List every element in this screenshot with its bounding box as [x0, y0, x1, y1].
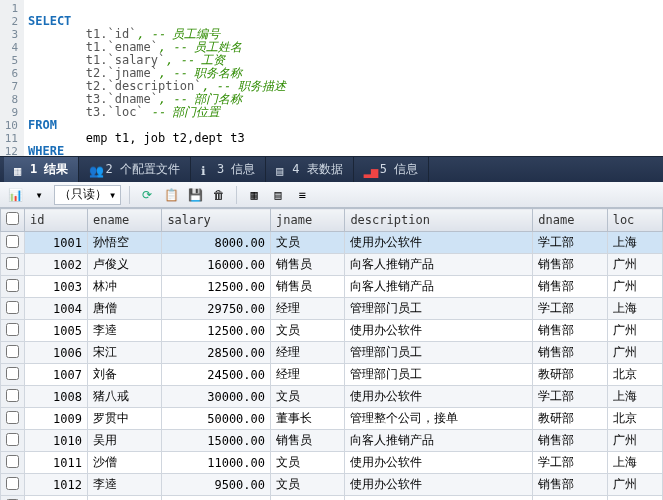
- col-ename[interactable]: ename: [88, 209, 162, 232]
- cell-jname[interactable]: 文员: [271, 386, 345, 408]
- cell-ename[interactable]: 林冲: [88, 276, 162, 298]
- table-row[interactable]: 1008 猪八戒 30000.00 文员 使用办公软件 学工部 上海: [1, 386, 663, 408]
- cell-dname[interactable]: 销售部: [533, 474, 607, 496]
- cell-loc[interactable]: 广州: [607, 254, 662, 276]
- save-button[interactable]: 💾: [186, 186, 204, 204]
- cell-id[interactable]: 1002: [25, 254, 88, 276]
- cell-loc[interactable]: 上海: [607, 452, 662, 474]
- row-checkbox[interactable]: [1, 474, 25, 496]
- cell-ename[interactable]: 猪八戒: [88, 386, 162, 408]
- cell-dname[interactable]: 销售部: [533, 254, 607, 276]
- table-row[interactable]: 1013 小白龙 30000.00 文员 使用办公软件 学工部 上海: [1, 496, 663, 501]
- cell-description[interactable]: 管理部门员工: [345, 298, 533, 320]
- cell-dname[interactable]: 学工部: [533, 298, 607, 320]
- table-row[interactable]: 1009 罗贯中 50000.00 董事长 管理整个公司，接单 教研部 北京: [1, 408, 663, 430]
- copy-button[interactable]: 📋: [162, 186, 180, 204]
- cell-salary[interactable]: 30000.00: [162, 496, 271, 501]
- cell-loc[interactable]: 上海: [607, 386, 662, 408]
- cell-ename[interactable]: 宋江: [88, 342, 162, 364]
- cell-jname[interactable]: 销售员: [271, 276, 345, 298]
- cell-jname[interactable]: 经理: [271, 342, 345, 364]
- cell-salary[interactable]: 24500.00: [162, 364, 271, 386]
- cell-loc[interactable]: 广州: [607, 342, 662, 364]
- cell-loc[interactable]: 广州: [607, 474, 662, 496]
- cell-id[interactable]: 1006: [25, 342, 88, 364]
- row-checkbox[interactable]: [1, 276, 25, 298]
- readonly-dropdown[interactable]: （只读） ▾: [54, 185, 121, 205]
- table-row[interactable]: 1003 林冲 12500.00 销售员 向客人推销产品 销售部 广州: [1, 276, 663, 298]
- cell-dname[interactable]: 学工部: [533, 232, 607, 254]
- cell-salary[interactable]: 11000.00: [162, 452, 271, 474]
- cell-description[interactable]: 管理部门员工: [345, 342, 533, 364]
- cell-loc[interactable]: 广州: [607, 320, 662, 342]
- row-checkbox[interactable]: [1, 452, 25, 474]
- cell-jname[interactable]: 文员: [271, 452, 345, 474]
- cell-ename[interactable]: 小白龙: [88, 496, 162, 501]
- cell-description[interactable]: 使用办公软件: [345, 232, 533, 254]
- cell-id[interactable]: 1004: [25, 298, 88, 320]
- row-checkbox[interactable]: [1, 320, 25, 342]
- cell-dname[interactable]: 销售部: [533, 276, 607, 298]
- col-id[interactable]: id: [25, 209, 88, 232]
- table-row[interactable]: 1005 李逵 12500.00 文员 使用办公软件 销售部 广州: [1, 320, 663, 342]
- row-checkbox[interactable]: [1, 298, 25, 320]
- cell-salary[interactable]: 28500.00: [162, 342, 271, 364]
- cell-dname[interactable]: 销售部: [533, 430, 607, 452]
- table-row[interactable]: 1001 孙悟空 8000.00 文员 使用办公软件 学工部 上海: [1, 232, 663, 254]
- cell-description[interactable]: 使用办公软件: [345, 496, 533, 501]
- cell-salary[interactable]: 50000.00: [162, 408, 271, 430]
- cell-description[interactable]: 使用办公软件: [345, 386, 533, 408]
- refresh-button[interactable]: ⟳: [138, 186, 156, 204]
- table-row[interactable]: 1002 卢俊义 16000.00 销售员 向客人推销产品 销售部 广州: [1, 254, 663, 276]
- row-checkbox[interactable]: [1, 364, 25, 386]
- cell-salary[interactable]: 8000.00: [162, 232, 271, 254]
- export-button[interactable]: 📊: [6, 186, 24, 204]
- row-checkbox[interactable]: [1, 342, 25, 364]
- cell-jname[interactable]: 文员: [271, 496, 345, 501]
- cell-loc[interactable]: 广州: [607, 430, 662, 452]
- result-grid[interactable]: id ename salary jname description dname …: [0, 208, 663, 500]
- table-row[interactable]: 1012 李逵 9500.00 文员 使用办公软件 销售部 广州: [1, 474, 663, 496]
- dropdown-icon[interactable]: ▾: [30, 186, 48, 204]
- table-row[interactable]: 1004 唐僧 29750.00 经理 管理部门员工 学工部 上海: [1, 298, 663, 320]
- cell-ename[interactable]: 李逵: [88, 474, 162, 496]
- cell-loc[interactable]: 上海: [607, 298, 662, 320]
- grid-view-button[interactable]: ▦: [245, 186, 263, 204]
- cell-description[interactable]: 向客人推销产品: [345, 254, 533, 276]
- cell-dname[interactable]: 销售部: [533, 342, 607, 364]
- cell-jname[interactable]: 文员: [271, 232, 345, 254]
- cell-dname[interactable]: 教研部: [533, 408, 607, 430]
- row-checkbox[interactable]: [1, 408, 25, 430]
- cell-id[interactable]: 1007: [25, 364, 88, 386]
- cell-jname[interactable]: 文员: [271, 474, 345, 496]
- form-view-button[interactable]: ▤: [269, 186, 287, 204]
- row-checkbox[interactable]: [1, 386, 25, 408]
- cell-id[interactable]: 1009: [25, 408, 88, 430]
- cell-id[interactable]: 1003: [25, 276, 88, 298]
- cell-ename[interactable]: 罗贯中: [88, 408, 162, 430]
- tab-info-2[interactable]: ▂▅5 信息: [354, 157, 429, 183]
- table-row[interactable]: 1006 宋江 28500.00 经理 管理部门员工 销售部 广州: [1, 342, 663, 364]
- cell-dname[interactable]: 学工部: [533, 386, 607, 408]
- cell-loc[interactable]: 上海: [607, 496, 662, 501]
- col-loc[interactable]: loc: [607, 209, 662, 232]
- cell-description[interactable]: 使用办公软件: [345, 474, 533, 496]
- cell-id[interactable]: 1005: [25, 320, 88, 342]
- cell-description[interactable]: 管理部门员工: [345, 364, 533, 386]
- tab-table-data[interactable]: ▤4 表数据: [266, 157, 353, 183]
- cell-description[interactable]: 使用办公软件: [345, 320, 533, 342]
- cell-jname[interactable]: 经理: [271, 298, 345, 320]
- cell-jname[interactable]: 董事长: [271, 408, 345, 430]
- row-checkbox[interactable]: [1, 430, 25, 452]
- col-description[interactable]: description: [345, 209, 533, 232]
- code-area[interactable]: SELECT t1.`id`, -- 员工编号 t1.`ename`, -- 员…: [24, 0, 444, 156]
- col-jname[interactable]: jname: [271, 209, 345, 232]
- tab-info-1[interactable]: ℹ3 信息: [191, 157, 266, 183]
- cell-salary[interactable]: 29750.00: [162, 298, 271, 320]
- tab-profiles[interactable]: 👥2 个配置文件: [79, 157, 190, 183]
- col-dname[interactable]: dname: [533, 209, 607, 232]
- row-checkbox[interactable]: [1, 254, 25, 276]
- cell-id[interactable]: 1013: [25, 496, 88, 501]
- cell-id[interactable]: 1012: [25, 474, 88, 496]
- cell-id[interactable]: 1010: [25, 430, 88, 452]
